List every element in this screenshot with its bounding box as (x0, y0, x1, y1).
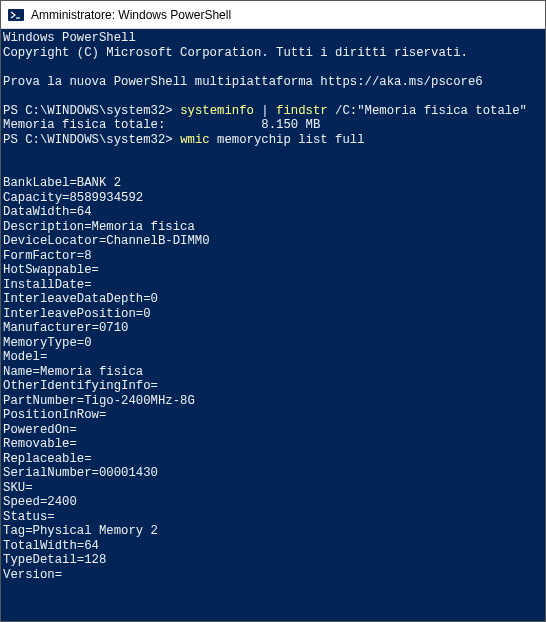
ps-header-2: Copyright (C) Microsoft Corporation. Tut… (3, 46, 468, 60)
wmic-removable: Removable= (3, 437, 77, 451)
terminal-area[interactable]: Windows PowerShell Copyright (C) Microso… (1, 29, 545, 621)
prompt-1: PS C:\WINDOWS\system32> (3, 104, 173, 118)
window-title: Amministratore: Windows PowerShell (31, 8, 231, 22)
wmic-description: Description=Memoria fisica (3, 220, 195, 234)
wmic-banklabel: BankLabel=BANK 2 (3, 176, 121, 190)
pipe: | (254, 104, 276, 118)
wmic-capacity: Capacity=8589934592 (3, 191, 143, 205)
wmic-model: Model= (3, 350, 47, 364)
wmic-replaceable: Replaceable= (3, 452, 92, 466)
wmic-typedetail: TypeDetail=128 (3, 553, 106, 567)
wmic-poweredon: PoweredOn= (3, 423, 77, 437)
wmic-status: Status= (3, 510, 55, 524)
wmic-interleavedatadepth: InterleaveDataDepth=0 (3, 292, 158, 306)
wmic-formfactor: FormFactor=8 (3, 249, 92, 263)
wmic-version: Version= (3, 568, 62, 582)
wmic-positioninrow: PositionInRow= (3, 408, 106, 422)
wmic-name: Name=Memoria fisica (3, 365, 143, 379)
wmic-totalwidth: TotalWidth=64 (3, 539, 99, 553)
cmd-findstr-args: /C:"Memoria fisica totale" (328, 104, 527, 118)
wmic-manufacturer: Manufacturer=0710 (3, 321, 128, 335)
wmic-interleaveposition: InterleavePosition=0 (3, 307, 151, 321)
cmd-wmic: wmic (180, 133, 210, 147)
wmic-serialnumber: SerialNumber=00001430 (3, 466, 158, 480)
output-meminfo: Memoria fisica totale: 8.150 MB (3, 118, 320, 132)
wmic-memorytype: MemoryType=0 (3, 336, 92, 350)
powershell-icon (7, 6, 25, 24)
wmic-sku: SKU= (3, 481, 33, 495)
wmic-partnumber: PartNumber=Tigo-2400MHz-8G (3, 394, 195, 408)
wmic-devicelocator: DeviceLocator=ChannelB-DIMM0 (3, 234, 210, 248)
wmic-otheridentifyinginfo: OtherIdentifyingInfo= (3, 379, 158, 393)
ps-tip: Prova la nuova PowerShell multipiattafor… (3, 75, 483, 89)
wmic-datawidth: DataWidth=64 (3, 205, 92, 219)
wmic-tag: Tag=Physical Memory 2 (3, 524, 158, 538)
cmd-wmic-args: memorychip list full (210, 133, 365, 147)
wmic-speed: Speed=2400 (3, 495, 77, 509)
wmic-hotswappable: HotSwappable= (3, 263, 99, 277)
cmd-findstr: findstr (276, 104, 328, 118)
prompt-2: PS C:\WINDOWS\system32> (3, 133, 173, 147)
titlebar[interactable]: Amministratore: Windows PowerShell (1, 1, 545, 29)
cmd-systeminfo: systeminfo (180, 104, 254, 118)
ps-header-1: Windows PowerShell (3, 31, 136, 45)
powershell-window: Amministratore: Windows PowerShell Windo… (0, 0, 546, 622)
wmic-installdate: InstallDate= (3, 278, 92, 292)
